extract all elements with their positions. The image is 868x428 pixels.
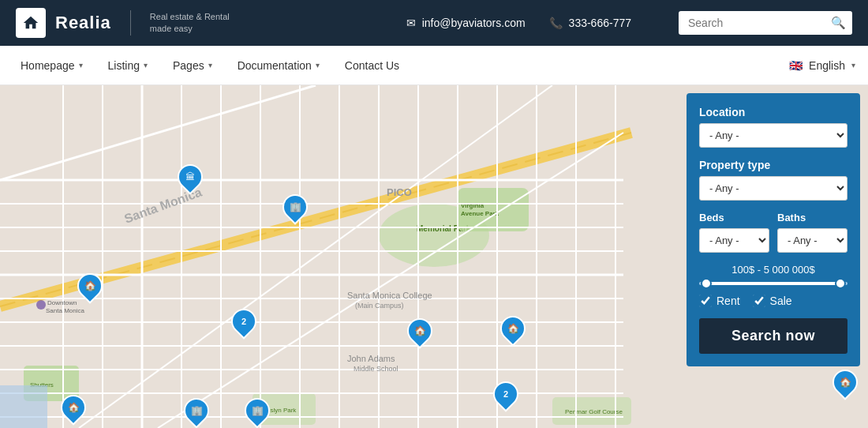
rent-sale-row: Rent Sale: [699, 295, 847, 307]
search-input[interactable]: [679, 11, 852, 35]
svg-text:Middle School: Middle School: [354, 365, 398, 373]
slider-fill: [706, 282, 840, 285]
phone-text: 333-666-777: [569, 17, 631, 29]
slider-thumb-right[interactable]: [835, 278, 846, 289]
main-nav: Homepage ▾ Listing ▾ Pages ▾ Documentati…: [0, 46, 868, 85]
map-pin[interactable]: 🏛: [178, 164, 203, 190]
map-pin[interactable]: 🏢: [282, 194, 308, 220]
map-pin[interactable]: 🏢: [245, 398, 270, 423]
email-contact: ✉ info@byaviators.com: [406, 17, 526, 29]
baths-col: Baths - Any -: [777, 212, 847, 253]
chevron-down-icon: ▾: [316, 61, 320, 69]
nav-items: Homepage ▾ Listing ▾ Pages ▾ Documentati…: [8, 46, 776, 85]
property-type-label: Property type: [699, 159, 847, 171]
price-range-slider[interactable]: [699, 282, 847, 285]
nav-item-contact[interactable]: Contact Us: [332, 46, 412, 85]
logo-icon: [16, 8, 46, 38]
flag-icon: 🇬🇧: [789, 59, 803, 72]
beds-label: Beds: [699, 212, 769, 223]
map-pin[interactable]: 🏠: [500, 316, 526, 341]
map-pin[interactable]: 2: [493, 381, 518, 407]
sale-checkbox-label[interactable]: Sale: [753, 295, 792, 307]
svg-text:Penmar Golf Course: Penmar Golf Course: [565, 408, 623, 415]
nav-item-pages[interactable]: Pages ▾: [160, 46, 225, 85]
svg-text:Avenue Park: Avenue Park: [461, 210, 499, 217]
chevron-down-icon: ▾: [79, 61, 83, 69]
phone-icon: 📞: [549, 17, 563, 29]
nav-label-listing: Listing: [108, 59, 140, 72]
email-text: info@byaviators.com: [422, 17, 526, 29]
nav-label-pages: Pages: [173, 59, 204, 72]
search-now-button[interactable]: Search now: [699, 318, 847, 354]
slider-thumb-left[interactable]: [701, 278, 712, 289]
rent-label: Rent: [716, 295, 740, 307]
location-label: Location: [699, 106, 847, 118]
header-search-wrap: 🔍: [679, 11, 852, 35]
map-pin[interactable]: 🏠: [832, 370, 858, 395]
nav-label-contact: Contact Us: [345, 59, 399, 72]
nav-item-listing[interactable]: Listing ▾: [95, 46, 160, 85]
nav-item-documentation[interactable]: Documentation ▾: [225, 46, 332, 85]
logo-name: Realia: [55, 13, 111, 33]
location-select[interactable]: - Any -: [699, 123, 847, 148]
svg-text:PICO: PICO: [387, 186, 412, 198]
baths-select[interactable]: - Any -: [777, 228, 847, 253]
svg-text:(Main Campus): (Main Campus): [355, 302, 404, 310]
chevron-down-icon: ▾: [208, 61, 212, 69]
svg-point-51: [36, 300, 46, 310]
logo-divider: [130, 10, 131, 36]
rent-checkbox-label[interactable]: Rent: [699, 295, 740, 307]
property-type-select[interactable]: - Any -: [699, 176, 847, 201]
map-pin[interactable]: 🏠: [407, 318, 432, 344]
beds-baths-row: Beds - Any - Baths - Any -: [699, 212, 847, 253]
logo-area: Realia Real estate & Rental made easy: [16, 8, 230, 38]
svg-text:Santa Monica College: Santa Monica College: [347, 291, 432, 300]
nav-label-homepage: Homepage: [21, 59, 75, 72]
site-header: Realia Real estate & Rental made easy ✉ …: [0, 0, 868, 46]
chevron-down-icon: ▾: [144, 61, 148, 69]
nav-item-homepage[interactable]: Homepage ▾: [8, 46, 95, 85]
map-pin[interactable]: 🏠: [61, 395, 86, 420]
svg-text:Santa Monica: Santa Monica: [46, 307, 84, 314]
logo-tagline: Real estate & Rental made easy: [150, 11, 230, 36]
price-range-label: 100$ - 5 000 000$: [699, 264, 847, 276]
search-panel: Location - Any - Property type - Any - B…: [687, 93, 860, 366]
chevron-down-icon: ▾: [851, 61, 855, 69]
map-pin[interactable]: 2: [231, 309, 256, 334]
header-contact: ✉ info@byaviators.com 📞 333-666-777 🔍: [406, 11, 852, 35]
phone-contact: 📞 333-666-777: [549, 17, 631, 29]
svg-text:Downtown: Downtown: [47, 299, 77, 306]
sale-checkbox[interactable]: [753, 295, 765, 307]
svg-text:John Adams: John Adams: [347, 354, 395, 363]
map-pin[interactable]: 🏢: [184, 398, 209, 423]
rent-checkbox[interactable]: [699, 295, 712, 307]
map-container: Memorial Park Virginia Avenue Park Shutt…: [0, 85, 868, 428]
map-pin[interactable]: 🏠: [77, 273, 103, 298]
sale-label: Sale: [770, 295, 792, 307]
language-selector[interactable]: 🇬🇧 English ▾: [776, 59, 868, 72]
baths-label: Baths: [777, 212, 847, 223]
language-label: English: [809, 59, 845, 72]
beds-select[interactable]: - Any -: [699, 228, 769, 253]
svg-rect-52: [0, 385, 47, 428]
beds-col: Beds - Any -: [699, 212, 769, 253]
search-button[interactable]: 🔍: [831, 16, 846, 30]
email-icon: ✉: [406, 17, 416, 29]
slider-track: [699, 282, 847, 285]
nav-label-documentation: Documentation: [238, 59, 312, 72]
